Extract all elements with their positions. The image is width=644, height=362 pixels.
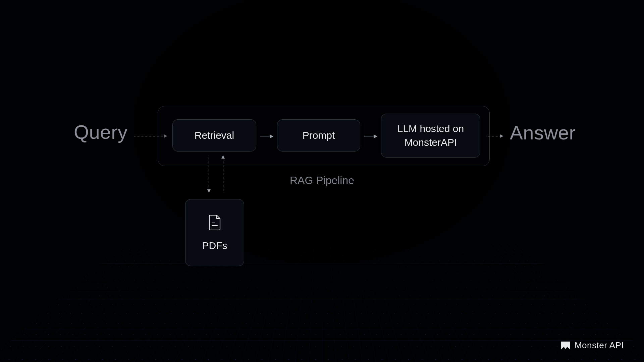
- pipeline-title: RAG Pipeline: [290, 174, 354, 187]
- arrow-prompt-to-llm: [364, 136, 377, 136]
- document-icon: [207, 214, 222, 233]
- arrow-retrieval-to-pdfs: [209, 156, 209, 192]
- answer-label: Answer: [510, 121, 576, 144]
- brand-logo: Monster API: [560, 340, 624, 351]
- brand-name: Monster API: [575, 340, 624, 351]
- stage-llm: LLM hosted on MonsterAPI: [381, 114, 480, 158]
- arrow-pdfs-to-retrieval: [223, 156, 223, 192]
- arrow-retrieval-to-prompt: [260, 136, 273, 136]
- datasource-pdfs: PDFs: [185, 199, 244, 266]
- monster-logo-icon: [560, 341, 571, 350]
- arrow-pipeline-to-answer: [486, 136, 503, 136]
- query-label: Query: [74, 121, 127, 143]
- stage-prompt: Prompt: [277, 119, 360, 152]
- datasource-label: PDFs: [202, 240, 227, 251]
- diagram-canvas: Query Retrieval Prompt LLM hosted on Mon…: [0, 0, 644, 362]
- stage-retrieval: Retrieval: [172, 119, 256, 152]
